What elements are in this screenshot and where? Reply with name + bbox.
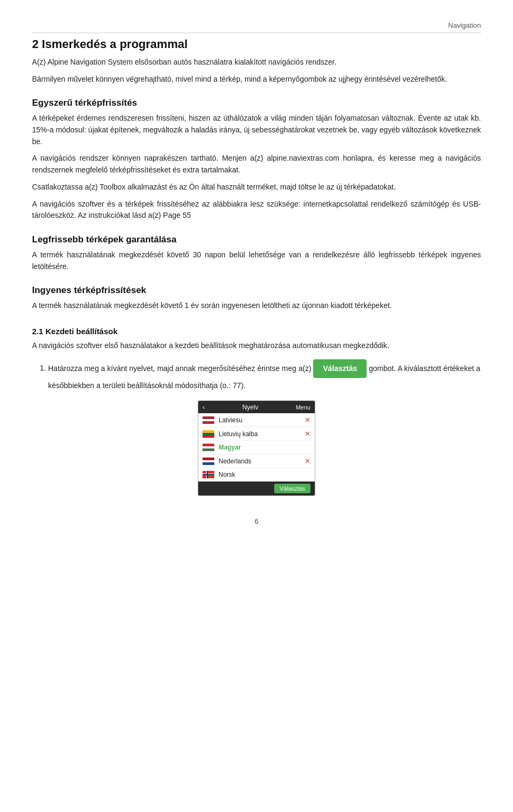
lang-item-lv: Latviesu ✕ (198, 413, 315, 427)
map-update-title: Egyszerű térképfrissítés (32, 98, 481, 108)
lang-name-lv: Latviesu (219, 416, 243, 424)
map-update-section: Egyszerű térképfrissítés A térképeket ér… (32, 98, 481, 222)
lang-item-nl: Nederlands ✕ (198, 454, 315, 468)
intro-paragraph-2: Bármilyen művelet könnyen végrehajtható,… (32, 74, 481, 85)
check-lt: ✕ (305, 430, 310, 438)
latest-maps-section: Legfrissebb térképek garantálása A termé… (32, 234, 481, 272)
screenshot-valasztas-btn: Választás (274, 484, 310, 493)
language-screenshot: ‹ Nyelv Menu Latviesu ✕ Lietuvių kalba ✕… (198, 400, 315, 496)
chapter-title: 2 Ismerkedés a programmal (32, 37, 481, 51)
lang-name-hu: Magyar (219, 444, 241, 451)
flag-no (203, 471, 214, 478)
initial-settings-title: 2.1 Kezdeti beállítások (32, 327, 481, 336)
lang-name-nl: Nederlands (219, 458, 251, 465)
lang-item-hu: Magyar (198, 441, 315, 454)
initial-settings-intro: A navigációs szoftver első használatakor… (32, 340, 481, 352)
page-number: 6 (32, 517, 481, 525)
language-list: Latviesu ✕ Lietuvių kalba ✕ Magyar Neder… (198, 413, 315, 482)
check-lv: ✕ (305, 416, 310, 424)
intro-paragraph-1: A(z) Alpine Navigation System elsősorban… (32, 57, 481, 68)
latest-maps-title: Legfrissebb térképek garantálása (32, 234, 481, 245)
back-arrow-icon: ‹ (203, 403, 205, 411)
map-update-p4: A navigációs szoftver és a térképek fris… (32, 199, 481, 222)
screenshot-footer: Választás (198, 482, 315, 495)
flag-hu (203, 444, 214, 451)
lang-item-lt: Lietuvių kalba ✕ (198, 427, 315, 441)
lang-name-no: Norsk (219, 471, 235, 478)
free-updates-section: Ingyenes térképfrissítések A termék hasz… (32, 285, 481, 312)
screenshot-menu: Menu (296, 404, 310, 411)
map-update-p1: A térképeket érdemes rendszeresen frissí… (32, 113, 481, 147)
screenshot-header: ‹ Nyelv Menu (198, 401, 315, 413)
latest-maps-p1: A termék használatának megkezdését követ… (32, 249, 481, 272)
header-navigation-label: Navigation (448, 21, 481, 29)
step-1: Határozza meg a kívánt nyelvet, majd ann… (48, 357, 481, 392)
flag-nl (203, 458, 214, 465)
lang-name-lt: Lietuvių kalba (219, 430, 258, 438)
map-update-p3: Csatlakoztassa a(z) Toolbox alkalmazást … (32, 182, 481, 193)
flag-lt (203, 430, 214, 438)
step-1-text1: Határozza meg a kívánt nyelvet, majd ann… (48, 364, 312, 372)
flag-lv (203, 416, 214, 424)
lang-item-no: Norsk (198, 468, 315, 482)
screenshot-title: Nyelv (242, 404, 258, 411)
free-updates-p1: A termék használatának megkezdését követ… (32, 300, 481, 312)
check-nl: ✕ (305, 457, 310, 465)
page-header: Navigation (32, 21, 481, 33)
valasztas-button[interactable]: Választás (313, 359, 367, 379)
initial-steps-list: Határozza meg a kívánt nyelvet, majd ann… (48, 357, 481, 392)
intro-section: A(z) Alpine Navigation System elsősorban… (32, 57, 481, 85)
initial-settings-section: 2.1 Kezdeti beállítások A navigációs szo… (32, 327, 481, 496)
free-updates-title: Ingyenes térképfrissítések (32, 285, 481, 296)
map-update-p2: A navigációs rendszer könnyen naprakésze… (32, 153, 481, 176)
